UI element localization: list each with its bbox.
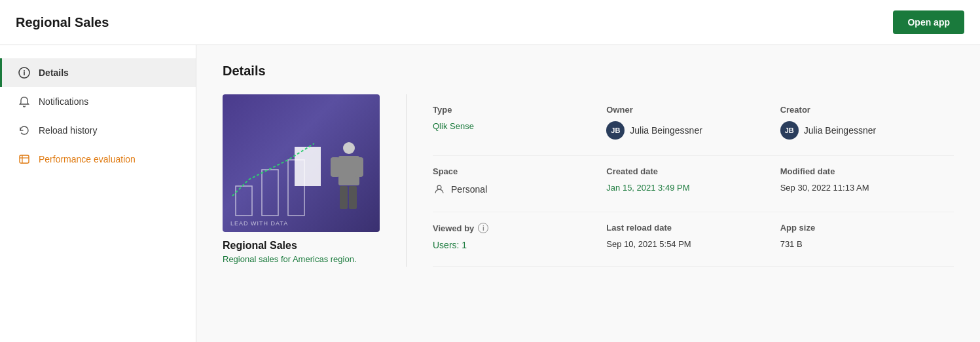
creator-avatar: JB (780, 121, 799, 140)
space-label: Space (433, 166, 606, 176)
main-content: Details (196, 45, 980, 342)
bell-icon (18, 95, 31, 108)
app-description: Regional sales for Americas region. (223, 254, 380, 264)
modified-date-label: Modified date (780, 166, 954, 176)
owner-label: Owner (606, 105, 780, 115)
open-app-button[interactable]: Open app (893, 10, 964, 34)
viewed-by-cell: Viewed by i Users: 1 (433, 212, 606, 267)
sidebar-item-performance-evaluation[interactable]: Performance evaluation (0, 145, 196, 174)
last-reload-label: Last reload date (606, 223, 780, 233)
info-circle-icon: i (478, 223, 488, 233)
sidebar-item-performance-label: Performance evaluation (39, 154, 136, 164)
history-icon (18, 124, 31, 137)
page-title: Regional Sales (16, 15, 109, 30)
thumbnail-image: LEAD WITH DATA (223, 94, 380, 232)
created-date-cell: Created date Jan 15, 2021 3:49 PM (606, 156, 780, 212)
svg-rect-2 (20, 155, 29, 163)
space-value-text: Personal (451, 184, 487, 195)
owner-avatar: JB (606, 121, 625, 140)
app-size-value: 731 B (780, 239, 954, 249)
modified-date-value: Sep 30, 2022 11:13 AM (780, 183, 954, 193)
gauge-icon (18, 153, 31, 166)
section-title: Details (223, 64, 954, 79)
sidebar-item-reload-history[interactable]: Reload history (0, 116, 196, 145)
type-value[interactable]: Qlik Sense (433, 121, 606, 131)
creator-cell: Creator JB Julia Beingessner (780, 94, 954, 156)
owner-value: JB Julia Beingessner (606, 121, 780, 140)
details-info: Type Qlik Sense Owner JB Julia Beingessn… (406, 94, 954, 267)
app-size-label: App size (780, 223, 954, 233)
svg-rect-5 (236, 186, 252, 216)
created-date-value: Jan 15, 2021 3:49 PM (606, 183, 780, 193)
sidebar-item-reload-history-label: Reload history (39, 125, 98, 136)
space-cell: Space Personal (433, 156, 606, 212)
chart-svg (229, 134, 334, 219)
svg-rect-13 (331, 157, 340, 177)
svg-point-15 (437, 185, 441, 189)
creator-value: JB Julia Beingessner (780, 121, 954, 140)
svg-text:i: i (23, 69, 25, 77)
creator-name: Julia Beingessner (804, 125, 877, 136)
thumbnail-label: LEAD WITH DATA (230, 220, 288, 227)
sidebar-item-details[interactable]: i Details (0, 58, 196, 87)
sidebar: i Details Notifications Reload history (0, 45, 196, 342)
viewed-by-label: Viewed by i (433, 223, 606, 233)
created-date-label: Created date (606, 166, 780, 176)
person-space-icon (433, 183, 446, 196)
creator-label: Creator (780, 105, 954, 115)
space-value: Personal (433, 183, 606, 196)
app-name: Regional Sales (223, 240, 380, 252)
svg-rect-6 (262, 170, 278, 216)
person-svg (324, 140, 370, 219)
svg-point-9 (343, 142, 355, 154)
sidebar-item-details-label: Details (39, 67, 69, 78)
main-layout: i Details Notifications Reload history (0, 45, 980, 342)
owner-cell: Owner JB Julia Beingessner (606, 94, 780, 156)
svg-rect-11 (340, 186, 348, 209)
type-label: Type (433, 105, 606, 115)
last-reload-cell: Last reload date Sep 10, 2021 5:54 PM (606, 212, 780, 267)
type-cell: Type Qlik Sense (433, 94, 606, 156)
app-thumbnail: LEAD WITH DATA Regional Sales Regional s… (223, 94, 380, 267)
modified-date-cell: Modified date Sep 30, 2022 11:13 AM (780, 156, 954, 212)
details-body: LEAD WITH DATA Regional Sales Regional s… (223, 94, 954, 267)
last-reload-value: Sep 10, 2021 5:54 PM (606, 239, 780, 249)
sidebar-item-notifications[interactable]: Notifications (0, 87, 196, 116)
svg-rect-12 (349, 186, 357, 209)
svg-rect-14 (354, 157, 363, 177)
app-size-cell: App size 731 B (780, 212, 954, 267)
top-bar: Regional Sales Open app (0, 0, 980, 45)
sidebar-item-notifications-label: Notifications (39, 96, 88, 107)
owner-name: Julia Beingessner (630, 125, 702, 136)
users-value: Users: 1 (433, 240, 606, 250)
info-icon: i (18, 66, 31, 79)
